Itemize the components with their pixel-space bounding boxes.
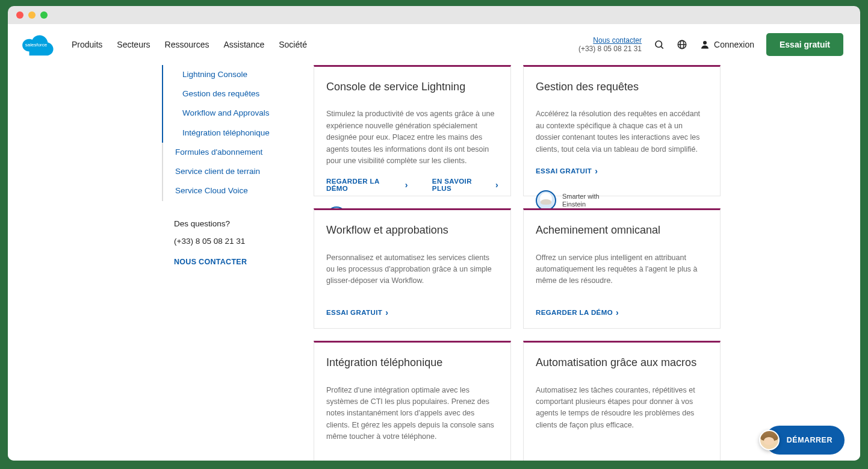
sidebar-phone: (+33) 8 05 08 21 31 <box>174 237 308 246</box>
card-cta[interactable]: ESSAI GRATUIT <box>536 166 598 176</box>
login-button[interactable]: Connexion <box>699 39 754 50</box>
main-nav: Produits Secteurs Ressources Assistance … <box>72 40 307 49</box>
card-description: Offrez un service plus intelligent en at… <box>536 252 708 287</box>
feature-card: Automatisation grâce aux macrosAutomatis… <box>523 341 721 461</box>
sidebar-item-integration-tel[interactable]: Intégration téléphonique <box>162 123 308 143</box>
card-cta[interactable]: REGARDER LA DÉMO <box>536 308 619 317</box>
einstein-text: Smarter withEinstein <box>562 193 600 208</box>
nav-secteurs[interactable]: Secteurs <box>117 40 150 49</box>
nav-produits[interactable]: Produits <box>72 40 102 49</box>
card-description: Automatisez les tâches courantes, répéti… <box>536 385 708 432</box>
sidebar-item-formules[interactable]: Formules d'abonnement <box>163 143 308 162</box>
card-description: Personnalisez et automatisez les service… <box>326 252 498 287</box>
sidebar-item-workflow-approvals[interactable]: Workflow and Approvals <box>162 104 308 123</box>
svg-point-6 <box>703 41 707 45</box>
card-cta[interactable]: REGARDER LA DÉMO <box>326 178 408 192</box>
top-header: salesforce Produits Secteurs Ressources … <box>8 24 860 65</box>
sidebar-contact-cta[interactable]: NOUS CONTACTER <box>174 258 308 266</box>
login-label: Connexion <box>714 40 754 49</box>
feature-card: Acheminement omnicanalOffrez un service … <box>523 208 721 329</box>
feature-card: Gestion des requêtesAccélérez la résolut… <box>523 65 721 196</box>
chat-avatar-icon <box>759 430 780 450</box>
svg-text:salesforce: salesforce <box>25 42 48 48</box>
trial-button[interactable]: Essai gratuit <box>766 33 843 56</box>
svg-point-1 <box>656 41 662 48</box>
card-description: Stimulez la productivité de vos agents g… <box>326 108 498 167</box>
chat-label: DÉMARRER <box>787 436 832 444</box>
card-title: Intégration téléphonique <box>326 356 498 370</box>
content-main: Console de service LightningStimulez la … <box>308 65 860 461</box>
nav-societe[interactable]: Société <box>279 40 307 49</box>
window-minimize-button[interactable] <box>28 11 36 19</box>
chat-widget[interactable]: DÉMARRER <box>765 426 845 455</box>
window-maximize-button[interactable] <box>40 11 48 19</box>
einstein-icon <box>536 190 556 211</box>
salesforce-logo[interactable]: salesforce <box>19 33 54 57</box>
globe-icon[interactable] <box>677 39 687 50</box>
app-window: salesforce Produits Secteurs Ressources … <box>8 6 860 461</box>
feature-card: Workflow et approbationsPersonnalisez et… <box>314 208 511 329</box>
card-cta[interactable]: EN SAVOIR PLUS <box>432 178 498 192</box>
contact-link[interactable]: Nous contacter <box>578 36 642 45</box>
feature-card: Console de service LightningStimulez la … <box>314 65 511 196</box>
search-icon[interactable] <box>654 39 665 50</box>
sidebar-item-service-terrain[interactable]: Service client de terrain <box>163 162 308 181</box>
nav-ressources[interactable]: Ressources <box>165 40 209 49</box>
card-title: Acheminement omnicanal <box>536 223 708 237</box>
card-cta[interactable]: ESSAI GRATUIT <box>326 308 388 317</box>
window-close-button[interactable] <box>16 11 23 19</box>
sidebar-item-lightning-console[interactable]: Lightning Console <box>162 65 308 84</box>
svg-line-2 <box>661 46 663 48</box>
user-icon <box>699 39 710 50</box>
nav-assistance[interactable]: Assistance <box>224 40 265 49</box>
sidebar-item-gestion-requetes[interactable]: Gestion des requêtes <box>162 84 308 104</box>
einstein-badge: Smarter withEinstein <box>536 190 708 211</box>
card-title: Gestion des requêtes <box>536 80 708 94</box>
card-description: Profitez d'une intégration optimale avec… <box>326 385 498 443</box>
window-titlebar <box>8 6 860 24</box>
card-title: Automatisation grâce aux macros <box>536 356 708 370</box>
sidebar-questions-label: Des questions? <box>174 219 308 228</box>
feature-card: Intégration téléphoniqueProfitez d'une i… <box>314 341 511 461</box>
contact-block: Nous contacter (+33) 8 05 08 21 31 <box>578 36 642 53</box>
header-phone: (+33) 8 05 08 21 31 <box>578 45 642 53</box>
card-title: Workflow et approbations <box>326 223 498 237</box>
sidebar: Lightning Console Gestion des requêtes W… <box>153 65 308 461</box>
card-description: Accélérez la résolution des requêtes en … <box>536 108 708 155</box>
sidebar-item-service-cloud-voice[interactable]: Service Cloud Voice <box>163 181 308 200</box>
card-title: Console de service Lightning <box>326 80 498 94</box>
